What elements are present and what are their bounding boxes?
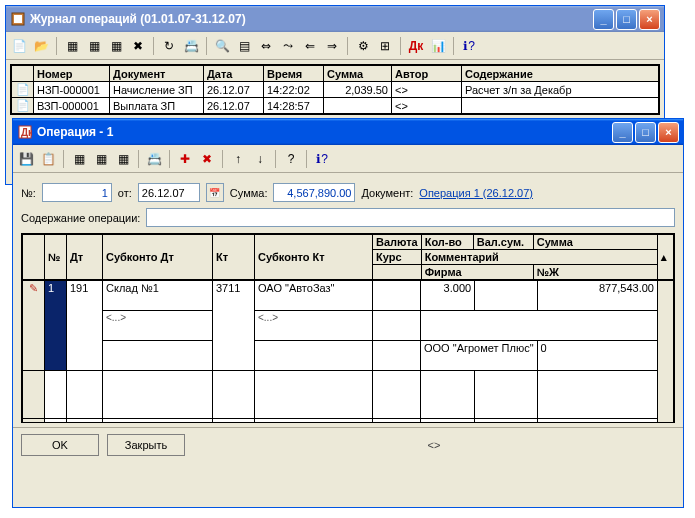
grid-data-row[interactable]: 1 191 Склад №1 3711 ОАО "АвтоЗаз" 3.000 … xyxy=(23,281,674,311)
journal-row[interactable]: 📄 ВЗП-000001 Выплата ЗП 26.12.07 14:28:5… xyxy=(12,98,659,114)
journal-col-content[interactable]: Содержание xyxy=(462,66,659,82)
operation-footer: OK Закрыть <> xyxy=(13,427,683,462)
grid-col-n[interactable]: № xyxy=(45,235,67,280)
grid-col-firm[interactable]: Фирма xyxy=(421,265,533,280)
cell-rate[interactable] xyxy=(373,311,421,341)
grid-col-qty[interactable]: Кол-во xyxy=(421,235,473,250)
journal-col-sum[interactable]: Сумма xyxy=(324,66,392,82)
goto-icon[interactable]: ⤳ xyxy=(279,37,297,55)
right-icon[interactable]: ⇒ xyxy=(323,37,341,55)
cell-summa[interactable]: 877,543.00 xyxy=(537,281,657,311)
info-help-icon[interactable]: ℹ? xyxy=(313,150,331,168)
grid-empty-row[interactable] xyxy=(23,371,674,419)
range-icon[interactable]: ⇔ xyxy=(257,37,275,55)
cell-currency[interactable] xyxy=(373,281,421,311)
help-icon[interactable]: ℹ? xyxy=(460,37,478,55)
grid-col-nj[interactable]: №Ж xyxy=(533,265,657,280)
content-field[interactable] xyxy=(146,208,675,227)
document-link[interactable]: Операция 1 (26.12.07) xyxy=(419,187,533,199)
insert-icon[interactable]: ✚ xyxy=(176,150,194,168)
grid-col-subdt[interactable]: Субконто Дт xyxy=(103,235,213,280)
cell-firm[interactable]: ООО "Агромет Плюс" xyxy=(421,341,538,371)
grid-col-kt[interactable]: Кт xyxy=(213,235,255,280)
cell-qty[interactable]: 3.000 xyxy=(421,281,475,311)
remove-icon[interactable]: ✖ xyxy=(198,150,216,168)
number-field[interactable] xyxy=(42,183,112,202)
grid-col-summa[interactable]: Сумма xyxy=(533,235,657,250)
journal-col-date[interactable]: Дата xyxy=(204,66,264,82)
operation-maximize-button[interactable]: □ xyxy=(635,122,656,143)
grid-data-row-sub1[interactable]: <...> <...> xyxy=(23,311,674,341)
add-row-icon[interactable]: ▦ xyxy=(70,150,88,168)
journal-col-number[interactable]: Номер xyxy=(34,66,110,82)
save-icon[interactable]: 💾 xyxy=(17,150,35,168)
grid2-icon[interactable]: ▦ xyxy=(85,37,103,55)
operation-minimize-button[interactable]: _ xyxy=(612,122,633,143)
move-up-icon[interactable]: ↑ xyxy=(229,150,247,168)
grid-col-subkt[interactable]: Субконто Кт xyxy=(255,235,373,280)
grid-data-row-sub2[interactable]: ООО "Агромет Плюс" 0 xyxy=(23,341,674,371)
refresh-icon[interactable]: ↻ xyxy=(160,37,178,55)
cell-subkt[interactable]: ОАО "АвтоЗаз" xyxy=(255,281,373,311)
close-button[interactable]: Закрыть xyxy=(107,434,185,456)
calendar-button[interactable]: 📅 xyxy=(206,183,224,202)
cell-kt[interactable]: 3711 xyxy=(213,281,255,371)
grid-col-currency[interactable]: Валюта xyxy=(373,235,422,250)
cell-nj[interactable]: 0 xyxy=(537,341,657,371)
grid3-icon[interactable]: ▦ xyxy=(107,37,125,55)
cell-valsum[interactable] xyxy=(475,281,537,311)
operation-title: Операция - 1 xyxy=(37,125,612,139)
operation-close-button[interactable]: × xyxy=(658,122,679,143)
journal-maximize-button[interactable]: □ xyxy=(616,9,637,30)
cell-blank2[interactable] xyxy=(373,341,421,371)
new-line-icon[interactable]: 📋 xyxy=(39,150,57,168)
copy-row-icon[interactable]: ▦ xyxy=(92,150,110,168)
filter-icon[interactable]: ▤ xyxy=(235,37,253,55)
help2-icon[interactable]: ? xyxy=(282,150,300,168)
cards-icon[interactable]: 📇 xyxy=(145,150,163,168)
open-icon[interactable]: 📂 xyxy=(32,37,50,55)
cell-document: Начисление ЗП xyxy=(110,82,204,98)
tree-icon[interactable]: ⊞ xyxy=(376,37,394,55)
new-icon[interactable]: 📄 xyxy=(10,37,28,55)
sum-field[interactable] xyxy=(273,183,355,202)
journal-col-time[interactable]: Время xyxy=(264,66,324,82)
grid-scroll-up[interactable]: ▴ xyxy=(658,235,674,280)
cell-subdt2[interactable]: <...> xyxy=(103,311,213,341)
props-icon[interactable]: ⚙ xyxy=(354,37,372,55)
left-icon[interactable]: ⇐ xyxy=(301,37,319,55)
cell-n[interactable]: 1 xyxy=(45,281,67,371)
journal-title: Журнал операций (01.01.07-31.12.07) xyxy=(30,12,593,26)
cell-comment[interactable] xyxy=(421,311,658,341)
cell-subkt2[interactable]: <...> xyxy=(255,311,373,341)
journal-titlebar[interactable]: Журнал операций (01.01.07-31.12.07) _ □ … xyxy=(6,6,664,32)
journal-row[interactable]: 📄 НЗП-000001 Начисление ЗП 26.12.07 14:2… xyxy=(12,82,659,98)
operation-titlebar[interactable]: Дк Операция - 1 _ □ × xyxy=(13,119,683,145)
operation-grid[interactable]: № Дт Субконто Дт Кт Субконто Кт Валюта К… xyxy=(21,233,675,423)
grid-empty-row[interactable] xyxy=(23,419,674,423)
dk-icon[interactable]: Дк xyxy=(407,37,425,55)
del-row-icon[interactable]: ▦ xyxy=(114,150,132,168)
date-field[interactable] xyxy=(138,183,200,202)
move-down-icon[interactable]: ↓ xyxy=(251,150,269,168)
grid-col-dt[interactable]: Дт xyxy=(67,235,103,280)
journal-col-author[interactable]: Автор xyxy=(392,66,462,82)
journal-close-button[interactable]: × xyxy=(639,9,660,30)
search-icon[interactable]: 🔍 xyxy=(213,37,231,55)
ok-button[interactable]: OK xyxy=(21,434,99,456)
journal-col-document[interactable]: Документ xyxy=(110,66,204,82)
journal-grid[interactable]: Номер Документ Дата Время Сумма Автор Со… xyxy=(10,64,660,115)
grid-icon[interactable]: ▦ xyxy=(63,37,81,55)
delete-icon[interactable]: ✖ xyxy=(129,37,147,55)
cell-subkt3[interactable] xyxy=(255,341,373,371)
grid-col-valsum[interactable]: Вал.сум. xyxy=(473,235,533,250)
journal-minimize-button[interactable]: _ xyxy=(593,9,614,30)
card-icon[interactable]: 📇 xyxy=(182,37,200,55)
grid-scrollbar[interactable] xyxy=(658,281,674,423)
grid-col-comment[interactable]: Комментарий xyxy=(421,250,657,265)
chart-icon[interactable]: 📊 xyxy=(429,37,447,55)
grid-col-rate[interactable]: Курс xyxy=(373,250,422,265)
cell-subdt3[interactable] xyxy=(103,341,213,371)
cell-subdt[interactable]: Склад №1 xyxy=(103,281,213,311)
cell-dt[interactable]: 191 xyxy=(67,281,103,371)
